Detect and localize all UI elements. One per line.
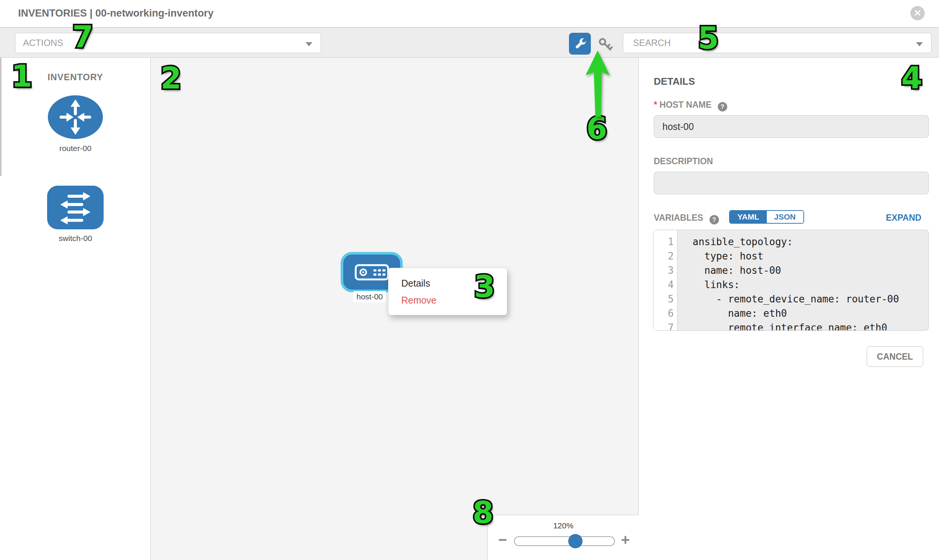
search-dropdown[interactable]: SEARCH: [623, 33, 931, 53]
cancel-button-label: CANCEL: [877, 352, 913, 362]
credentials-key-button[interactable]: [598, 37, 614, 52]
search-dropdown-label: SEARCH: [633, 38, 671, 48]
description-input[interactable]: [654, 172, 929, 194]
cancel-button[interactable]: CANCEL: [867, 346, 923, 367]
menu-item-remove[interactable]: Remove: [389, 292, 507, 309]
menu-item-details[interactable]: Details: [389, 275, 507, 292]
yaml-toggle-button[interactable]: YAML: [730, 211, 767, 223]
inventory-palette-header: INVENTORY: [0, 72, 151, 83]
page-header: INVENTORIES | 00-networking-inventory ✕: [0, 0, 939, 27]
code-line: 2 type: host: [654, 249, 928, 263]
host-name-value: host-00: [662, 121, 694, 132]
close-glyph: ✕: [914, 8, 921, 18]
inventory-topology-page: INVENTORIES | 00-networking-inventory ✕ …: [0, 0, 939, 560]
host-name-input[interactable]: host-00: [654, 115, 929, 138]
zoom-widget: 120% − +: [487, 515, 639, 560]
help-icon[interactable]: ?: [718, 102, 727, 111]
actions-dropdown[interactable]: ACTIONS: [15, 33, 321, 53]
chevron-down-icon: [916, 42, 923, 46]
description-label: DESCRIPTION: [654, 156, 713, 166]
wrench-icon: [574, 37, 586, 50]
zoom-level-value: 120%: [487, 521, 639, 530]
code-line: 4 links:: [654, 278, 928, 292]
inventory-palette-sidebar: INVENTORY router-00: [0, 58, 151, 560]
close-icon[interactable]: ✕: [910, 6, 925, 20]
help-icon[interactable]: ?: [709, 215, 719, 225]
host-node-label: host-00: [353, 291, 386, 302]
chevron-down-icon: [305, 42, 312, 46]
code-line: 6 name: eth0: [654, 306, 928, 320]
palette-item-router[interactable]: router-00: [0, 95, 151, 153]
json-toggle-button[interactable]: JSON: [767, 211, 803, 223]
zoom-slider-thumb[interactable]: [568, 534, 583, 548]
toolbar: ACTIONS SEARCH: [0, 28, 939, 58]
code-line: 5 - remote_device_name: router-00: [654, 292, 928, 306]
palette-item-label: switch-00: [0, 234, 151, 243]
details-panel-header: DETAILS: [654, 76, 695, 88]
zoom-slider-track[interactable]: [514, 536, 615, 546]
variables-format-toggle: YAML JSON: [729, 210, 804, 224]
actions-dropdown-label: ACTIONS: [23, 38, 63, 48]
configure-tool-button[interactable]: [569, 33, 591, 55]
host-name-label-row: * HOST NAME ?: [654, 100, 727, 111]
host-icon: [355, 264, 389, 280]
zoom-out-button[interactable]: −: [498, 532, 507, 547]
host-name-label: HOST NAME: [659, 100, 711, 109]
details-panel: DETAILS * HOST NAME ? host-00 DESCRIPTIO…: [639, 58, 939, 560]
palette-item-label: router-00: [0, 144, 151, 153]
variables-label-row: VARIABLES ?: [654, 213, 719, 225]
palette-item-switch[interactable]: switch-00: [0, 186, 151, 243]
variables-label: VARIABLES: [654, 213, 703, 223]
page-title: INVENTORIES | 00-networking-inventory: [18, 8, 214, 19]
key-icon: [598, 37, 614, 52]
code-line: 1ansible_topology:: [654, 235, 928, 249]
topology-canvas[interactable]: host-00 Details Remove 120% − +: [151, 58, 639, 560]
router-icon: [48, 95, 103, 139]
required-asterisk: *: [654, 100, 657, 109]
code-line: 3 name: host-00: [654, 263, 928, 278]
code-line: 7 remote_interface_name: eth0: [654, 320, 928, 331]
switch-icon: [47, 186, 103, 229]
expand-link[interactable]: EXPAND: [886, 213, 921, 223]
variables-code-editor[interactable]: 1ansible_topology: 2 type: host 3 name: …: [653, 230, 929, 331]
node-context-menu: Details Remove: [388, 268, 507, 315]
zoom-in-button[interactable]: +: [621, 532, 630, 547]
